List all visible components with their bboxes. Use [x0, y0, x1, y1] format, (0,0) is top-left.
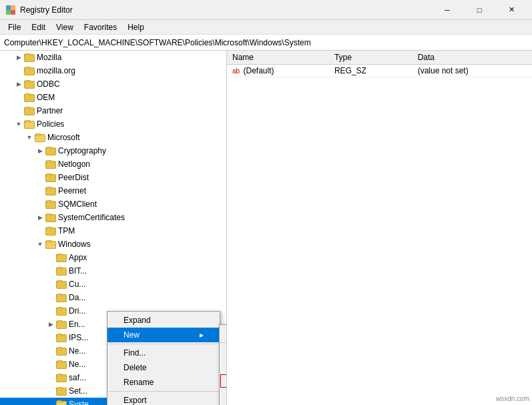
ctx-delete[interactable]: Delete: [107, 360, 220, 375]
right-panel: Name Type Data ab (Default) REG_SZ (valu…: [227, 51, 532, 405]
ctx-expand[interactable]: Expand: [107, 313, 220, 328]
submenu-key[interactable]: Key: [220, 326, 227, 341]
submenu-qword[interactable]: QWORD (64-bit) Value: [220, 388, 227, 403]
tree-item-mozilla[interactable]: ▶ Mozilla: [0, 51, 226, 64]
maximize-button[interactable]: □: [464, 0, 495, 20]
address-path: Computer\HKEY_LOCAL_MACHINE\SOFTWARE\Pol…: [4, 38, 311, 47]
tree-item-tpm[interactable]: TPM: [0, 224, 226, 238]
svg-rect-3: [11, 10, 15, 15]
tree-item-mozillaorg[interactable]: mozilla.org: [0, 64, 226, 77]
tree-item-peernet[interactable]: Peernet: [0, 184, 226, 197]
tree-item-microsoft[interactable]: ▼ Microsoft: [0, 131, 226, 144]
tree-item-partner[interactable]: Partner: [0, 104, 226, 117]
window-controls: ─ □ ✕: [432, 0, 527, 20]
submenu-sep1: [220, 342, 227, 343]
tree-item-da[interactable]: Da...: [0, 291, 226, 304]
col-data: Data: [413, 51, 532, 65]
tree-panel: ▶ Mozilla mozilla.org ▶ ODBC: [0, 51, 227, 405]
ctx-export[interactable]: Export: [107, 393, 220, 405]
watermark: wsxdn.com: [496, 395, 529, 402]
ctx-find[interactable]: Find...: [107, 346, 220, 360]
cell-name: ab (Default): [227, 65, 329, 77]
table-row[interactable]: ab (Default) REG_SZ (value not set): [227, 65, 532, 77]
registry-table: Name Type Data ab (Default) REG_SZ (valu…: [227, 51, 532, 77]
name-prefix: ab: [232, 67, 240, 75]
tree-item-peerdist[interactable]: PeerDist: [0, 171, 226, 184]
cell-type: REG_SZ: [329, 65, 413, 77]
menu-help[interactable]: Help: [122, 21, 150, 33]
tree-item-policies[interactable]: ▼ Policies: [0, 117, 226, 131]
submenu-string-value[interactable]: String Value: [220, 344, 227, 359]
tree-item-odbc[interactable]: ▶ ODBC: [0, 77, 226, 91]
submenu-dword[interactable]: DWORD (32-bit) Value: [220, 374, 227, 388]
svg-rect-0: [6, 5, 11, 10]
tree-item-bits[interactable]: BIT...: [0, 264, 226, 278]
close-button[interactable]: ✕: [496, 0, 527, 20]
tree-item-windows[interactable]: ▼ Windows: [0, 238, 226, 251]
main-content: ▶ Mozilla mozilla.org ▶ ODBC: [0, 51, 532, 405]
svg-rect-2: [6, 10, 11, 15]
ctx-separator-2: [107, 391, 220, 392]
address-bar: Computer\HKEY_LOCAL_MACHINE\SOFTWARE\Pol…: [0, 35, 532, 51]
tree-item-sqmclient[interactable]: SQMClient: [0, 197, 226, 211]
menu-file[interactable]: File: [3, 21, 26, 33]
tree-item-cu[interactable]: Cu...: [0, 278, 226, 291]
context-menu: Expand New Find... Delete Rename Export …: [107, 311, 220, 405]
col-name: Name: [227, 51, 329, 65]
col-type: Type: [329, 51, 413, 65]
window-title: Registry Editor: [20, 5, 73, 15]
tree-item-appx[interactable]: Appx: [0, 251, 226, 264]
menu-bar: File Edit View Favorites Help: [0, 20, 532, 35]
regedit-icon: [5, 5, 16, 15]
menu-favorites[interactable]: Favorites: [79, 21, 122, 33]
tree-item-netlogon[interactable]: Netlogon: [0, 157, 226, 171]
submenu-binary-value[interactable]: Binary Value: [220, 359, 227, 374]
tree-item-oem[interactable]: OEM: [0, 91, 226, 104]
svg-rect-1: [11, 5, 15, 10]
submenu: Key String Value Binary Value DWORD (32-…: [219, 324, 227, 405]
title-bar: Registry Editor ─ □ ✕: [0, 0, 532, 20]
menu-edit[interactable]: Edit: [26, 21, 51, 33]
menu-view[interactable]: View: [51, 21, 79, 33]
ctx-rename[interactable]: Rename: [107, 375, 220, 390]
cell-data: (value not set): [413, 65, 532, 77]
ctx-separator-1: [107, 344, 220, 344]
ctx-new[interactable]: New: [107, 328, 220, 342]
minimize-button[interactable]: ─: [432, 0, 463, 20]
tree-item-systemcerts[interactable]: ▶ SystemCertificates: [0, 211, 226, 224]
tree-item-cryptography[interactable]: ▶ Cryptography: [0, 144, 226, 157]
